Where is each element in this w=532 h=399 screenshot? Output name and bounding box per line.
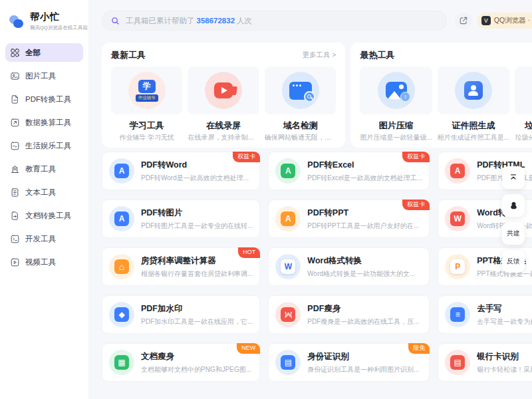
share-button[interactable] bbox=[455, 12, 472, 29]
feature-tool-name: 学习工具 bbox=[130, 120, 164, 132]
card-title: 房贷利率调整计算器 bbox=[141, 255, 253, 267]
card-desc: PDF转图片工具是一款专业的在线转... bbox=[141, 221, 253, 231]
sidebar-item-label: 数据换算工具 bbox=[25, 118, 71, 128]
sidebar-item-life-tools[interactable]: 生活娱乐工具 bbox=[5, 136, 83, 155]
sidebar: 帮小忙 腾讯QQ浏览器在线工具箱 全部 图片工具 PDF转换工具 数据换算工具 bbox=[0, 0, 88, 399]
panel-newest-tools: 最新工具 更多工具 > 学 作业辅导 学习工具 作业辅导 学习无忧 bbox=[102, 43, 345, 148]
search-input[interactable]: 工具箱已累计帮助了358672832人次 bbox=[102, 11, 447, 31]
word-format-icon: W bbox=[275, 254, 301, 279]
ppt-format-icon: P bbox=[445, 254, 470, 279]
tool-card-grid: 权益卡 A PDF转Word PDF转Word是一款高效的文档处理... 权益卡… bbox=[102, 152, 532, 382]
sidebar-item-label: 文档转换工具 bbox=[25, 211, 71, 221]
brand-subtitle: 腾讯QQ浏览器在线工具箱 bbox=[30, 25, 88, 31]
helped-count: 358672832 bbox=[197, 17, 235, 25]
screen-record-icon bbox=[214, 82, 233, 98]
sidebar-item-label: 生活娱乐工具 bbox=[25, 141, 71, 151]
card-id-card-ocr[interactable]: 限免 ▤ 身份证识别 身份证识别工具是一种利用图片识别... bbox=[268, 343, 430, 382]
topbar: 工具箱已累计帮助了358672832人次 V QQ浏览器 · 工具权益卡 bbox=[102, 11, 532, 31]
sidebar-item-label: 文本工具 bbox=[25, 188, 56, 198]
search-icon bbox=[110, 16, 120, 26]
remove-handwriting-icon: ≡ bbox=[445, 302, 470, 327]
card-desc: PDF转PPT工具是一款用户友好的在... bbox=[307, 221, 422, 231]
sidebar-item-all[interactable]: 全部 bbox=[5, 43, 83, 62]
feature-tool-image-compress[interactable]: ↕ 图片压缩 图片压缩是一款轻量级... bbox=[360, 66, 432, 142]
card-word-format-convert[interactable]: W Word格式转换 Word格式转换是一款功能强大的文... bbox=[268, 247, 430, 286]
card-title: PDF转图片 bbox=[141, 207, 253, 219]
text-doc-icon bbox=[10, 188, 20, 198]
card-pdf-to-ppt[interactable]: 权益卡 A PDF转PPT PDF转PPT工具是一款用户友好的在... bbox=[268, 200, 430, 238]
sidebar-item-doc-convert-tools[interactable]: 文档转换工具 bbox=[5, 206, 83, 225]
feature-tool-desc: 图片压缩是一款轻量级... bbox=[360, 133, 432, 142]
back-to-top-icon bbox=[509, 173, 519, 183]
study-tool-icon: 学 作业辅导 bbox=[136, 80, 158, 102]
card-mortgage-calculator[interactable]: HOT ⌂ 房贷利率调整计算器 根据各银行存量首套住房贷款利率调... bbox=[102, 247, 260, 286]
sidebar-nav: 全部 图片工具 PDF转换工具 数据换算工具 生活娱乐工具 教育工具 bbox=[0, 43, 88, 271]
feature-tool-screen-record[interactable]: 在线录屏 在线录屏，支持录制指... bbox=[188, 66, 259, 142]
main-content: 工具箱已累计帮助了358672832人次 V QQ浏览器 · 工具权益卡 最新工… bbox=[88, 0, 532, 399]
feature-tool-garbage-sort[interactable]: ▦ 垃圾分类查询 垃圾分类查询工具是一... bbox=[515, 66, 532, 142]
co-build-button[interactable]: 共建 bbox=[502, 222, 525, 245]
feature-tool-name: 图片压缩 bbox=[379, 120, 414, 132]
back-to-top-button[interactable] bbox=[502, 166, 525, 189]
sidebar-item-label: 图片工具 bbox=[25, 71, 56, 81]
sidebar-item-dev-tools[interactable]: 开发工具 bbox=[5, 229, 83, 248]
card-desc: Word格式转换是一款功能强大的文... bbox=[307, 269, 422, 279]
image-compress-icon: ↕ bbox=[386, 82, 407, 99]
sidebar-item-image-tools[interactable]: 图片工具 bbox=[5, 66, 83, 85]
feature-tool-name: 垃圾分类查询 bbox=[525, 120, 532, 132]
mortgage-calculator-icon: ⌂ bbox=[109, 254, 134, 279]
search-placeholder: 工具箱已累计帮助了358672832人次 bbox=[126, 16, 252, 26]
qq-service-button[interactable] bbox=[502, 194, 525, 217]
brand-title: 帮小忙 bbox=[30, 11, 88, 23]
id-photo-icon bbox=[464, 81, 483, 100]
feedback-label: 反馈 bbox=[507, 257, 520, 266]
privilege-card-label: QQ浏览器 · 工具权益卡 bbox=[494, 16, 532, 25]
card-pdf-to-word[interactable]: 权益卡 A PDF转Word PDF转Word是一款高效的文档处理... bbox=[102, 152, 260, 190]
card-pdf-to-image[interactable]: A PDF转图片 PDF转图片工具是一款专业的在线转... bbox=[102, 200, 260, 238]
feature-tool-name: 域名检测 bbox=[283, 120, 318, 132]
sidebar-item-pdf-tools[interactable]: PDF转换工具 bbox=[5, 90, 83, 108]
card-pdf-to-excel[interactable]: 权益卡 A PDF转Excel PDF转Excel是一款高效的文档处理工... bbox=[268, 152, 430, 190]
privilege-card-button[interactable]: V QQ浏览器 · 工具权益卡 bbox=[477, 13, 532, 29]
vip-v-icon: V bbox=[481, 16, 491, 25]
more-tools-link[interactable]: 更多工具 > bbox=[302, 51, 336, 60]
grid-icon bbox=[10, 48, 20, 58]
brand: 帮小忙 腾讯QQ浏览器在线工具箱 bbox=[0, 0, 88, 41]
pdf-slim-icon: )A( bbox=[275, 302, 301, 327]
card-title: 去手写 bbox=[477, 303, 532, 315]
sidebar-item-education-tools[interactable]: 教育工具 bbox=[5, 160, 83, 178]
sidebar-item-data-tools[interactable]: 数据换算工具 bbox=[5, 113, 83, 132]
feature-tool-desc: 垃圾分类查询工具是一... bbox=[515, 133, 532, 142]
card-desc: 身份证识别工具是一种利用图片识别... bbox=[307, 365, 422, 374]
id-card-ocr-icon: ▤ bbox=[275, 350, 301, 375]
card-doc-slim[interactable]: NEW ▦ 文档瘦身 文档能够对文档中的PNG和JPEG图... bbox=[102, 343, 260, 382]
feature-tool-name: 证件照生成 bbox=[452, 120, 495, 132]
pdf-to-html-icon: A bbox=[445, 158, 470, 184]
image-icon bbox=[10, 71, 20, 81]
feature-tool-domain-check[interactable]: 域名检测 确保网站畅通无阻，域... bbox=[265, 66, 336, 142]
feature-tool-name: 在线录屏 bbox=[206, 120, 241, 132]
life-wave-icon bbox=[10, 141, 20, 151]
feature-tool-desc: 作业辅导 学习无忧 bbox=[119, 133, 174, 142]
feedback-button[interactable]: 反馈 bbox=[502, 250, 525, 273]
feature-tool-desc: 确保网站畅通无阻，域... bbox=[265, 133, 336, 142]
card-desc: 文档能够对文档中的PNG和JPEG图... bbox=[141, 365, 253, 374]
doc-slim-icon: ▦ bbox=[109, 350, 134, 375]
floating-buttons: 共建 反馈 bbox=[502, 166, 525, 273]
card-pdf-slim[interactable]: )A( PDF瘦身 PDF瘦身是一款高效的在线工具，压... bbox=[268, 295, 430, 334]
card-bank-card-ocr[interactable]: 限免 ▤ 银行卡识别 银行卡轻松读！采用尖端银行卡识别... bbox=[438, 343, 532, 382]
sidebar-item-label: 教育工具 bbox=[25, 164, 56, 174]
card-pdf-watermark[interactable]: ◆ PDF加水印 PDF加水印工具是一款在线应用，它... bbox=[102, 295, 260, 334]
privilege-badge: 权益卡 bbox=[233, 152, 260, 162]
doc-convert-icon bbox=[10, 211, 20, 221]
sidebar-item-video-tools[interactable]: 视频工具 bbox=[5, 253, 83, 271]
sidebar-item-text-tools[interactable]: 文本工具 bbox=[5, 183, 83, 201]
feature-tool-id-photo[interactable]: 证件照生成 相片生成证件照工具是... bbox=[438, 66, 509, 142]
card-desc: PDF瘦身是一款高效的在线工具，压... bbox=[307, 317, 422, 327]
pdf-to-image-icon: A bbox=[109, 206, 134, 231]
share-icon bbox=[458, 16, 468, 26]
sidebar-item-label: 全部 bbox=[25, 48, 41, 58]
feature-tool-study[interactable]: 学 作业辅导 学习工具 作业辅导 学习无忧 bbox=[111, 66, 182, 142]
sidebar-item-label: 视频工具 bbox=[25, 257, 56, 267]
card-remove-handwriting[interactable]: NEW ≡ 去手写 去手写是一款专为处理文件中的手写... bbox=[438, 295, 532, 334]
